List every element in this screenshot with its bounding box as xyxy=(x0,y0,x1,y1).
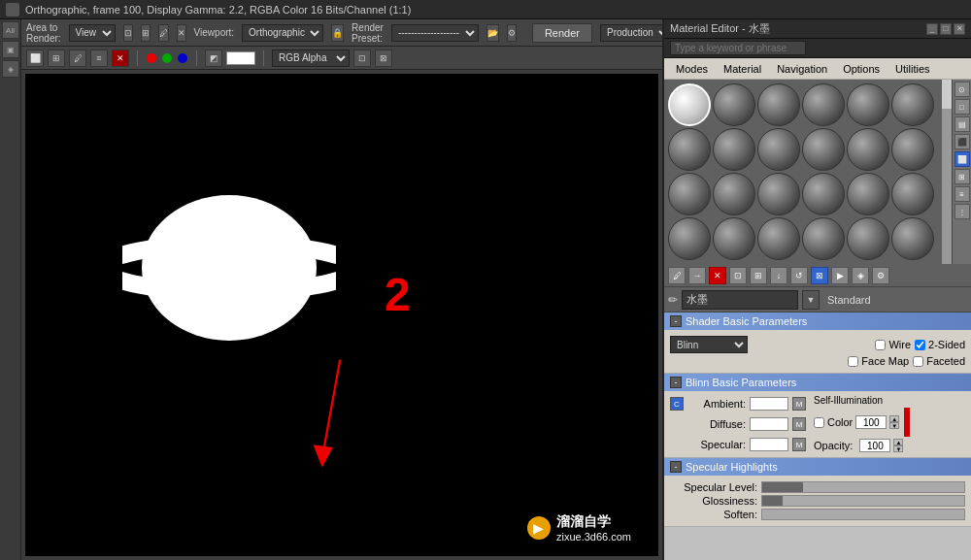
side-tool-4[interactable]: ⬛ xyxy=(954,134,970,149)
render-mode-select[interactable]: Production xyxy=(600,24,672,42)
me-menu-utilities[interactable]: Utilities xyxy=(887,62,937,76)
ambient-swatch[interactable] xyxy=(750,397,788,411)
toolbar-icon-a[interactable]: ⬜ xyxy=(26,49,44,67)
me-tool-delete[interactable]: ✕ xyxy=(709,267,726,284)
mat-ball-6[interactable] xyxy=(668,128,711,171)
me-tool-options[interactable]: ⚙ xyxy=(872,267,889,284)
diffuse-map-slot[interactable]: M xyxy=(792,417,806,431)
render-button[interactable]: Render xyxy=(532,23,592,43)
me-menu-modes[interactable]: Modes xyxy=(668,62,716,76)
mat-ball-17[interactable] xyxy=(891,173,934,215)
channel-icon1[interactable]: ⊡ xyxy=(353,49,371,67)
side-tool-5[interactable]: ⬜ xyxy=(954,151,970,167)
mat-ball-22[interactable] xyxy=(847,217,889,260)
me-tool-put[interactable]: ↓ xyxy=(770,267,787,284)
me-name-input[interactable] xyxy=(682,290,798,310)
mat-ball-4[interactable] xyxy=(847,83,889,126)
wire-checkbox[interactable] xyxy=(875,340,886,350)
spec-level-slider[interactable] xyxy=(761,481,965,493)
side-tool-8[interactable]: ⋮ xyxy=(954,204,970,219)
me-menu-material[interactable]: Material xyxy=(716,62,769,76)
toolbar-icon-e[interactable]: ◩ xyxy=(205,49,222,67)
me-close-btn[interactable]: ✕ xyxy=(954,23,965,35)
me-tool-paste[interactable]: ⊞ xyxy=(750,267,767,284)
face-map-checkbox[interactable] xyxy=(848,356,858,367)
toolbar-icon-x[interactable]: ✕ xyxy=(112,49,129,67)
toolbar-icon-d[interactable]: ≡ xyxy=(90,49,108,67)
sidebar-basic-icon[interactable]: ▣ xyxy=(2,41,19,58)
me-tool-preview[interactable]: ▶ xyxy=(831,267,849,284)
mat-ball-10[interactable] xyxy=(847,128,889,171)
mat-ball-9[interactable] xyxy=(802,128,845,171)
me-minimize-btn[interactable]: _ xyxy=(926,23,938,35)
mat-ball-15[interactable] xyxy=(802,173,845,215)
area-icon4[interactable]: ✕ xyxy=(177,24,186,42)
side-tool-3[interactable]: ▤ xyxy=(954,116,970,132)
mat-ball-2[interactable] xyxy=(757,83,800,126)
diffuse-swatch[interactable] xyxy=(750,417,788,431)
opacity-spinner-down[interactable]: ▼ xyxy=(893,445,903,452)
mat-ball-23[interactable] xyxy=(891,217,934,260)
shader-section-header[interactable]: - Shader Basic Parameters xyxy=(664,313,971,330)
me-tool-copy[interactable]: ⊡ xyxy=(729,267,747,284)
mat-ball-13[interactable] xyxy=(713,173,755,215)
blinn-section-header[interactable]: - Blinn Basic Parameters xyxy=(664,374,971,391)
mat-ball-18[interactable] xyxy=(668,217,711,260)
shader-type-select[interactable]: Blinn xyxy=(670,336,748,353)
specular-map-slot[interactable]: M xyxy=(792,438,806,451)
shader-collapse-btn[interactable]: - xyxy=(670,315,682,327)
sidebar-sel-icon[interactable]: ◈ xyxy=(2,60,19,78)
glossiness-slider[interactable] xyxy=(761,495,965,507)
me-grid-scrollbar[interactable] xyxy=(942,80,952,264)
specular-swatch[interactable] xyxy=(750,438,788,451)
me-maximize-btn[interactable]: □ xyxy=(940,23,952,35)
sidebar-all-icon[interactable]: All xyxy=(2,21,19,39)
me-menu-options[interactable]: Options xyxy=(835,62,887,76)
area-icon3[interactable]: 🖊 xyxy=(158,24,169,42)
preset-icon1[interactable]: 📂 xyxy=(486,24,499,42)
me-tool-assign[interactable]: → xyxy=(688,267,706,284)
mat-ball-1[interactable] xyxy=(713,83,755,126)
me-menu-navigation[interactable]: Navigation xyxy=(769,62,835,76)
self-illum-color-checkbox[interactable] xyxy=(814,417,824,428)
channel-icon2[interactable]: ⊠ xyxy=(375,49,392,67)
faceted-checkbox[interactable] xyxy=(913,356,923,367)
mat-ball-12[interactable] xyxy=(668,173,711,215)
viewport-lock-icon[interactable]: 🔒 xyxy=(331,24,344,42)
ambient-map-btn[interactable]: C xyxy=(670,397,684,411)
soften-slider[interactable] xyxy=(761,509,965,520)
self-illum-color-value[interactable]: 100 xyxy=(855,415,887,429)
toolbar-icon-c[interactable]: 🖊 xyxy=(69,49,86,67)
preset-icon2[interactable]: ⚙ xyxy=(507,24,517,42)
mat-ball-0[interactable] xyxy=(668,83,711,126)
mat-ball-8[interactable] xyxy=(757,128,800,171)
opacity-spinner-up[interactable]: ▲ xyxy=(893,439,903,445)
side-tool-7[interactable]: ≡ xyxy=(954,186,970,202)
mat-ball-5[interactable] xyxy=(891,83,934,126)
side-tool-2[interactable]: □ xyxy=(954,99,970,115)
me-search-input[interactable] xyxy=(670,41,806,55)
area-select[interactable]: View xyxy=(69,24,116,42)
area-icon1[interactable]: ⊡ xyxy=(123,24,133,42)
me-tool-pickup[interactable]: 🖊 xyxy=(668,267,686,284)
blinn-collapse-btn[interactable]: - xyxy=(670,377,682,388)
me-tool-map[interactable]: ⊠ xyxy=(811,267,828,284)
opacity-value[interactable]: 100 xyxy=(859,439,890,452)
side-tool-1[interactable]: ⊙ xyxy=(954,82,970,97)
me-tool-select[interactable]: ◈ xyxy=(852,267,869,284)
toolbar-icon-b[interactable]: ⊞ xyxy=(48,49,65,67)
mat-ball-7[interactable] xyxy=(713,128,755,171)
mat-ball-14[interactable] xyxy=(757,173,800,215)
viewport-select[interactable]: Orthographic xyxy=(242,24,323,42)
two-sided-checkbox[interactable] xyxy=(915,340,925,350)
me-tool-reset[interactable]: ↺ xyxy=(790,267,808,284)
mat-ball-20[interactable] xyxy=(757,217,800,260)
me-name-dropdown[interactable]: ▼ xyxy=(802,290,820,310)
spinner-up[interactable]: ▲ xyxy=(889,415,899,422)
mat-ball-19[interactable] xyxy=(713,217,755,260)
channel-select[interactable]: RGB Alpha xyxy=(272,49,350,67)
spinner-down[interactable]: ▼ xyxy=(889,422,899,429)
mat-ball-11[interactable] xyxy=(891,128,934,171)
mat-ball-21[interactable] xyxy=(802,217,845,260)
spec-collapse-btn[interactable]: - xyxy=(670,461,682,473)
